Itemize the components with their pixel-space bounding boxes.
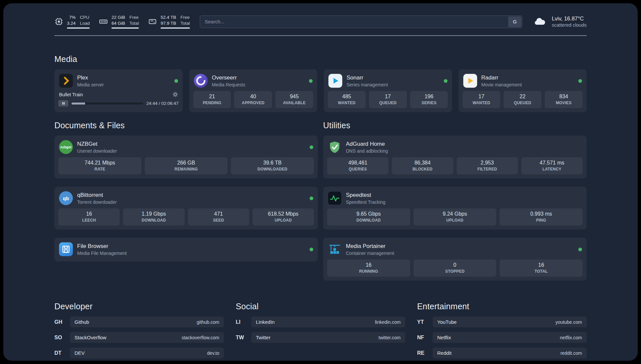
status-dot xyxy=(578,79,582,83)
bookmark-abbr: GH xyxy=(54,319,70,325)
two-column-area: Documents & Files nzbget NZBGet Usenet d… xyxy=(54,121,587,281)
cloud-icon xyxy=(532,16,547,28)
stat-box: 485 WANTED xyxy=(328,91,366,108)
service-meta: Media Portainer Container management xyxy=(346,243,394,256)
overseerr-icon xyxy=(194,74,208,88)
search-bar: G xyxy=(200,15,523,28)
memory-icon xyxy=(99,17,108,26)
stat-box: 945 AVAILABLE xyxy=(275,91,313,108)
service-card-portainer[interactable]: Media Portainer Container management 16 … xyxy=(323,238,587,281)
service-name: Sonarr xyxy=(347,75,388,81)
stat-label: PING xyxy=(501,218,581,223)
resource-widgets: 7% CPU 3.24 Load 22 GiB Free 64 GiB Tota… xyxy=(54,15,190,29)
bookmark-link-stackoverflow[interactable]: StackOverflow stackoverflow.com xyxy=(70,332,224,343)
stat-box: 1.19 Gbps DOWNLOAD xyxy=(123,208,184,226)
service-header: Overseerr Media Requests xyxy=(193,73,314,91)
radarr-icon xyxy=(463,74,477,88)
stat-label: UPLOAD xyxy=(254,218,313,223)
bookmark-link-youtube[interactable]: YouTube youtube.com xyxy=(433,317,587,327)
section-title-media: Media xyxy=(54,54,587,64)
documents-stack: nzbget NZBGet Usenet downloader 744.21 M… xyxy=(54,136,318,261)
service-card-plex[interactable]: Plex Media server Bullet Train xyxy=(54,69,183,112)
service-name: NZBGet xyxy=(77,141,117,147)
bookmark-rows: LI LinkedIn linkedin.com TW Twitter twit… xyxy=(236,317,405,343)
memory-total-label: Total xyxy=(130,20,139,26)
stat-value: 266 GB xyxy=(146,160,227,166)
weather-location: Lviv, 16.87°C xyxy=(552,15,587,22)
service-meta: Sonarr Series management xyxy=(347,75,388,87)
stat-box: 9.65 Gbps DOWNLOAD xyxy=(327,208,410,226)
bookmark-name: DEV xyxy=(75,350,85,356)
bookmark-url: reddit.com xyxy=(561,350,582,356)
stat-label: DOWNLOAD xyxy=(124,218,183,223)
media-player-widget: Bullet Train xyxy=(58,91,179,106)
bookmark-name: Github xyxy=(75,319,89,325)
bookmark-link-reddit[interactable]: Reddit reddit.com xyxy=(433,348,587,358)
service-card-adguard[interactable]: AdGuard Home DNS and adblocking 498,461 … xyxy=(323,136,587,178)
service-description: Speedtest Tracking xyxy=(346,199,385,205)
bookmark-link-twitter[interactable]: Twitter twitter.com xyxy=(251,332,405,343)
playback-progress-bar[interactable] xyxy=(72,103,143,105)
cpu-load-label: Load xyxy=(80,20,90,26)
stat-box: 744.21 Mbps RATE xyxy=(58,157,141,174)
service-card-radarr[interactable]: Radarr Movie management 17 WANTED 22 QUE… xyxy=(459,69,587,112)
service-card-speedtest[interactable]: Speedtest Speedtest Tracking 9.65 Gbps D… xyxy=(323,187,587,229)
bookmark-group-developer: Developer GH Github github.com SO StackO… xyxy=(54,302,224,358)
stat-label: UPLOAD xyxy=(415,218,495,223)
plex-icon xyxy=(59,74,73,88)
service-stats: 17 WANTED 22 QUEUED 834 MOVIES xyxy=(463,91,583,108)
service-card-overseerr[interactable]: Overseerr Media Requests 21 PENDING 40 A… xyxy=(189,69,318,112)
bookmark-name: StackOverflow xyxy=(75,335,107,340)
stat-label: SEED xyxy=(189,218,248,223)
player-settings-button[interactable] xyxy=(172,92,178,97)
bookmark-row: SO StackOverflow stackoverflow.com xyxy=(54,332,224,343)
service-card-qbittorrent[interactable]: qb qBittorrent Torrent downloader 16 LEE… xyxy=(54,187,318,229)
service-name: qBittorrent xyxy=(77,192,117,198)
service-stats: 9.65 Gbps DOWNLOAD 9.24 Gbps UPLOAD 0.99… xyxy=(327,208,583,226)
bookmark-link-github[interactable]: Github github.com xyxy=(70,317,224,327)
service-meta: File Browser Media File Management xyxy=(77,243,127,256)
stat-value: 47.571 ms xyxy=(523,160,581,166)
memory-usage-bar xyxy=(111,27,139,29)
dashboard-panel: 7% CPU 3.24 Load 22 GiB Free 64 GiB Tota… xyxy=(3,3,638,361)
memory-widget: 22 GiB Free 64 GiB Total xyxy=(99,15,139,29)
disk-readout: 52.4 TB Free 97.9 TB Total xyxy=(161,15,190,29)
bookmark-rows: YT YouTube youtube.com NF Netflix netfli… xyxy=(417,317,587,358)
stat-label: STOPPED xyxy=(415,269,495,274)
search-provider-button[interactable]: G xyxy=(508,16,521,27)
search-input[interactable] xyxy=(200,15,523,28)
service-card-filebrowser[interactable]: File Browser Media File Management xyxy=(54,238,318,261)
bookmark-link-netflix[interactable]: Netflix netflix.com xyxy=(433,332,587,343)
stat-value: 16 xyxy=(328,262,409,268)
service-header: Media Portainer Container management xyxy=(327,241,583,259)
weather-condition: scattered clouds xyxy=(552,22,587,28)
service-meta: NZBGet Usenet downloader xyxy=(77,141,117,154)
cpu-usage-bar xyxy=(67,27,90,29)
stat-box: 471 SEED xyxy=(188,208,249,226)
service-header: File Browser Media File Management xyxy=(58,241,314,258)
portainer-icon xyxy=(328,242,342,256)
topbar-divider xyxy=(54,35,587,36)
service-meta: qBittorrent Torrent downloader xyxy=(77,192,117,205)
bookmark-url: linkedin.com xyxy=(375,319,401,325)
weather-widget[interactable]: Lviv, 16.87°C scattered clouds xyxy=(532,15,587,28)
bookmark-link-dev[interactable]: DEV dev.to xyxy=(70,348,224,358)
pause-button[interactable] xyxy=(58,100,68,106)
bookmark-row: GH Github github.com xyxy=(54,317,224,327)
service-stats: 485 WANTED 17 QUEUED 196 SERIES xyxy=(328,91,448,108)
service-card-sonarr[interactable]: Sonarr Series management 485 WANTED 17 Q… xyxy=(324,69,452,112)
service-stats: 498,461 QUERIES 86,384 BLOCKED 2,953 FIL… xyxy=(327,157,583,174)
stat-value: 834 xyxy=(546,94,581,100)
bookmark-row: YT YouTube youtube.com xyxy=(417,317,587,327)
cpu-usage-value: 7% xyxy=(67,15,76,20)
service-card-nzbget[interactable]: nzbget NZBGet Usenet downloader 744.21 M… xyxy=(54,136,318,178)
cpu-load-value: 3.24 xyxy=(67,20,76,26)
bookmark-link-linkedin[interactable]: LinkedIn linkedin.com xyxy=(251,317,405,327)
stat-box: 22 QUEUED xyxy=(504,91,541,108)
stat-box: 834 MOVIES xyxy=(545,91,583,108)
service-meta: Overseerr Media Requests xyxy=(212,75,245,87)
disk-icon xyxy=(148,17,157,26)
stat-label: MOVIES xyxy=(546,101,581,105)
stat-box: 16 RUNNING xyxy=(327,259,410,277)
stat-label: SERIES xyxy=(412,101,447,105)
